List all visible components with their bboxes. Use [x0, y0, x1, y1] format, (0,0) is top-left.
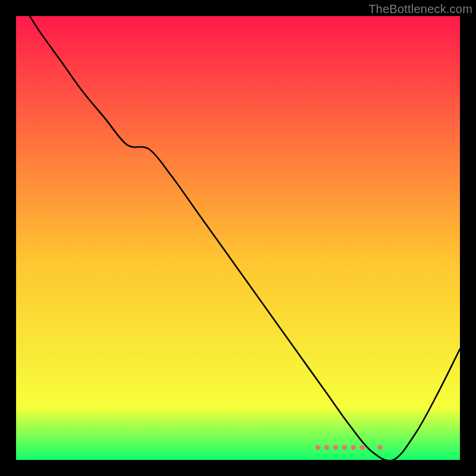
- highlight-dot: [342, 445, 347, 450]
- plot-background: [16, 16, 460, 460]
- highlight-dot: [378, 445, 383, 450]
- watermark-label: TheBottleneck.com: [368, 2, 472, 16]
- highlight-dot: [324, 445, 329, 450]
- bottleneck-chart: [0, 0, 476, 476]
- highlight-dot: [333, 445, 338, 450]
- highlight-dot: [360, 445, 365, 450]
- highlight-dot: [315, 445, 320, 450]
- highlight-dot: [351, 445, 356, 450]
- chart-container: { "watermark": "TheBottleneck.com", "cha…: [0, 0, 476, 476]
